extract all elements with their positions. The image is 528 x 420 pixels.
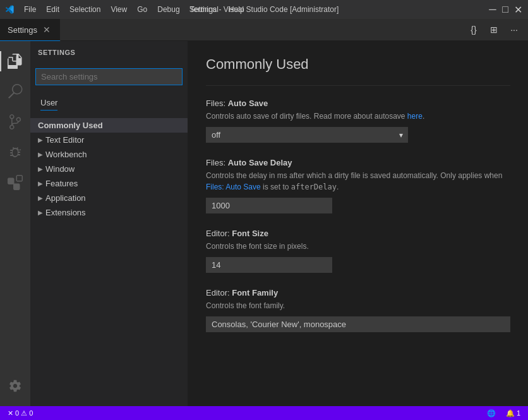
font-size-input[interactable]: [206, 257, 332, 273]
notification-count: 1: [517, 409, 520, 417]
open-json-button[interactable]: {}: [465, 21, 483, 39]
setting-font-family-bold: Font Family: [232, 288, 278, 297]
activity-source-control[interactable]: [0, 107, 30, 137]
status-left: ✕ 0 ⚠ 0: [5, 409, 35, 417]
nav-commonly-used-label: Commonly Used: [38, 121, 103, 130]
setting-auto-save-delay-bold: Auto Save Delay: [228, 158, 292, 167]
settings-tab-label: Settings: [8, 25, 37, 35]
tab-close-button[interactable]: ✕: [41, 24, 52, 35]
menu-edit[interactable]: Edit: [41, 3, 64, 16]
activity-extensions[interactable]: [0, 167, 30, 198]
nav-extensions-label: Extensions: [45, 208, 86, 217]
nav-features-label: Features: [45, 179, 78, 188]
error-count: 0: [15, 409, 19, 417]
setting-auto-save-delay-prefix: Files:: [206, 158, 228, 167]
search-container: [30, 63, 188, 90]
nav-window[interactable]: ▶ Window: [30, 162, 188, 176]
nav-extensions[interactable]: ▶ Extensions: [30, 205, 188, 220]
nav-workbench-label: Workbench: [45, 150, 87, 159]
sidebar-title: Settings: [38, 49, 75, 56]
title-bar: File Edit Selection View Go Debug Termin…: [0, 0, 528, 19]
menu-file[interactable]: File: [19, 3, 41, 16]
more-actions-button[interactable]: ···: [505, 21, 523, 39]
status-bar: ✕ 0 ⚠ 0 🌐 🔔 1: [0, 406, 528, 420]
nav-workbench-arrow: ▶: [38, 151, 43, 158]
settings-content: Commonly Used Files: Auto Save Controls …: [188, 41, 528, 406]
status-right: 🌐 🔔 1: [484, 409, 523, 417]
nav-application[interactable]: ▶ Application: [30, 191, 188, 205]
menu-debug[interactable]: Debug: [152, 3, 184, 16]
nav-text-editor-label: Text Editor: [45, 135, 84, 145]
tab-actions: {} ⊞ ···: [465, 21, 528, 39]
nav-tree: Commonly Used ▶ Text Editor ▶ Workbench …: [30, 116, 188, 406]
split-editor-button[interactable]: ⊞: [485, 21, 503, 39]
remote-icon: 🌐: [487, 409, 496, 417]
activity-settings[interactable]: [0, 371, 30, 401]
nav-extensions-arrow: ▶: [38, 209, 43, 216]
nav-window-label: Window: [45, 164, 75, 174]
menu-selection[interactable]: Selection: [64, 3, 105, 16]
setting-font-size-name: Editor: Font Size: [206, 229, 510, 238]
minimize-button[interactable]: ─: [488, 5, 498, 14]
setting-font-family-desc: Controls the font family.: [206, 300, 510, 311]
menu-view[interactable]: View: [105, 3, 132, 16]
setting-auto-save-delay: Files: Auto Save Delay Controls the dela…: [206, 158, 510, 213]
setting-font-family: Editor: Font Family Controls the font fa…: [206, 288, 510, 332]
activity-debug[interactable]: [0, 137, 30, 167]
tab-bar: Settings ✕ {} ⊞ ···: [0, 19, 528, 41]
nav-application-label: Application: [45, 193, 86, 203]
warning-icon: ⚠: [21, 409, 27, 417]
nav-window-arrow: ▶: [38, 165, 43, 172]
close-button[interactable]: ✕: [513, 5, 523, 14]
setting-auto-save: Files: Auto Save Controls auto save of d…: [206, 99, 510, 143]
files-auto-save-link[interactable]: Files: Auto Save: [206, 183, 261, 191]
nav-text-editor-arrow: ▶: [38, 136, 43, 143]
main-layout: Settings User Commonly Used ▶ Text Edito…: [0, 41, 528, 406]
menu-go[interactable]: Go: [132, 3, 152, 16]
setting-font-size-prefix: Editor:: [206, 229, 232, 238]
nav-workbench[interactable]: ▶ Workbench: [30, 147, 188, 162]
section-divider: [206, 85, 510, 86]
setting-auto-save-delay-name: Files: Auto Save Delay: [206, 158, 510, 167]
activity-search[interactable]: [0, 76, 30, 107]
user-tab-item[interactable]: User: [40, 95, 57, 111]
vscode-logo-icon: [5, 4, 15, 15]
status-notifications[interactable]: 🔔 1: [503, 409, 523, 417]
setting-auto-save-bold: Auto Save: [228, 99, 268, 108]
maximize-button[interactable]: □: [500, 5, 510, 14]
nav-features-arrow: ▶: [38, 180, 43, 187]
status-errors[interactable]: ✕ 0 ⚠ 0: [5, 409, 35, 417]
error-icon: ✕: [8, 409, 13, 417]
status-remote[interactable]: 🌐: [484, 409, 498, 417]
settings-tab[interactable]: Settings ✕: [0, 19, 61, 41]
window-controls: ─ □ ✕: [488, 5, 523, 14]
setting-auto-save-name: Files: Auto Save: [206, 99, 510, 108]
activity-explorer[interactable]: [0, 46, 30, 76]
setting-font-size: Editor: Font Size Controls the font size…: [206, 229, 510, 273]
setting-font-size-bold: Font Size: [232, 229, 268, 238]
auto-save-select[interactable]: off afterDelay onFocusChange onWindowCha…: [206, 127, 408, 143]
sidebar: Settings User Commonly Used ▶ Text Edito…: [30, 41, 188, 406]
user-tab-container: User: [30, 90, 188, 116]
autosave-link[interactable]: here: [407, 112, 423, 121]
nav-application-arrow: ▶: [38, 195, 43, 201]
nav-features[interactable]: ▶ Features: [30, 176, 188, 191]
bell-icon: 🔔: [506, 409, 515, 417]
setting-font-size-desc: Controls the font size in pixels.: [206, 241, 510, 252]
activity-bar: [0, 41, 30, 406]
auto-save-select-wrapper: off afterDelay onFocusChange onWindowCha…: [206, 127, 408, 143]
auto-save-delay-input[interactable]: [206, 198, 332, 213]
warning-count: 0: [29, 409, 33, 417]
setting-font-family-prefix: Editor:: [206, 288, 232, 297]
setting-auto-save-desc: Controls auto save of dirty files. Read …: [206, 111, 510, 122]
window-title: Settings - Visual Studio Code [Administr…: [189, 5, 339, 14]
sidebar-header: Settings: [30, 41, 188, 63]
section-title: Commonly Used: [206, 56, 510, 73]
font-family-input[interactable]: [206, 316, 510, 332]
setting-auto-save-prefix: Files:: [206, 99, 228, 108]
setting-font-family-name: Editor: Font Family: [206, 288, 510, 297]
setting-auto-save-delay-desc: Controls the delay in ms after which a d…: [206, 170, 510, 193]
nav-text-editor[interactable]: ▶ Text Editor: [30, 133, 188, 147]
nav-commonly-used[interactable]: Commonly Used: [30, 118, 188, 133]
search-input[interactable]: [35, 68, 183, 85]
